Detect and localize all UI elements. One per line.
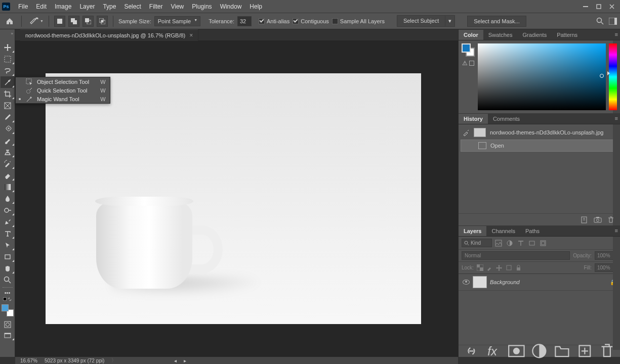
collapse-toolbar-icon[interactable]: » — [11, 31, 13, 36]
intersect-selection-button[interactable] — [97, 16, 108, 27]
layer-mask-icon[interactable] — [508, 342, 525, 360]
hue-slider[interactable] — [609, 43, 617, 110]
rectangle-tool[interactable] — [1, 251, 15, 262]
tab-channels[interactable]: Channels — [486, 226, 520, 236]
doc-dimensions[interactable]: 5023 px x 3349 px (72 ppi) — [45, 358, 104, 363]
lasso-tool[interactable] — [1, 65, 15, 76]
menu-layer[interactable]: Layer — [75, 1, 99, 12]
history-item-open[interactable]: Open — [461, 140, 618, 152]
scroll-left-icon[interactable]: ◂ — [174, 358, 177, 363]
lock-artboard-icon[interactable] — [506, 264, 512, 271]
tab-gradients[interactable]: Gradients — [517, 30, 552, 40]
close-tab-icon[interactable]: × — [189, 32, 193, 39]
type-tool[interactable] — [1, 228, 15, 239]
path-selection-tool[interactable] — [1, 239, 15, 251]
menu-image[interactable]: Image — [51, 1, 75, 12]
blur-tool[interactable] — [1, 193, 15, 204]
magic-wand-tool[interactable] — [1, 76, 15, 88]
history-brush-tool[interactable] — [1, 158, 15, 169]
gamut-warning-icon[interactable]: ⚠ — [462, 60, 468, 67]
minimize-button[interactable] — [580, 2, 592, 11]
link-layers-icon[interactable] — [463, 342, 480, 360]
adjustment-layer-icon[interactable] — [530, 342, 548, 360]
close-button[interactable] — [606, 2, 618, 11]
filter-smart-icon[interactable] — [540, 240, 547, 247]
lock-pixels-icon[interactable] — [486, 264, 493, 271]
filter-shape-icon[interactable] — [528, 240, 535, 247]
panel-menu-icon[interactable]: ≡ — [615, 228, 618, 234]
gradient-tool[interactable] — [1, 181, 15, 193]
menu-help[interactable]: Help — [245, 1, 266, 12]
visibility-toggle[interactable] — [463, 280, 470, 285]
hand-tool[interactable] — [1, 262, 15, 274]
quick-selection-tool-item[interactable]: Quick Selection Tool W — [16, 86, 110, 95]
layer-thumbnail[interactable] — [473, 276, 487, 288]
layer-row-background[interactable]: Background 🔒 — [459, 274, 620, 291]
color-swatches[interactable] — [2, 304, 14, 316]
panel-menu-icon[interactable]: ≡ — [615, 115, 618, 121]
status-arrow-icon[interactable]: 〉 — [111, 357, 116, 364]
lock-all-icon[interactable] — [515, 264, 522, 271]
color-field[interactable] — [478, 43, 606, 110]
pen-tool[interactable] — [1, 216, 15, 228]
brush-tool[interactable] — [1, 134, 15, 146]
select-and-mask-button[interactable]: Select and Mask... — [467, 16, 526, 27]
layer-style-icon[interactable]: fx — [485, 342, 503, 360]
select-subject-button[interactable]: Select Subject — [397, 15, 445, 27]
clone-stamp-tool[interactable] — [1, 146, 15, 158]
tab-comments[interactable]: Comments — [488, 114, 525, 124]
add-selection-button[interactable] — [68, 16, 79, 27]
new-layer-icon[interactable] — [576, 342, 594, 360]
foreground-swatch[interactable] — [2, 304, 9, 311]
edit-toolbar-button[interactable]: ••• — [1, 289, 15, 296]
healing-brush-tool[interactable] — [1, 123, 15, 134]
default-colors-icon[interactable] — [3, 297, 12, 301]
anti-alias-check[interactable]: Anti-alias — [259, 18, 290, 24]
foreground-background-swatch[interactable] — [462, 43, 475, 57]
menu-filter[interactable]: Filter — [145, 1, 167, 12]
tab-swatches[interactable]: Swatches — [483, 30, 518, 40]
document-tab[interactable]: nordwood-themes-nDd3dIkkOLo-unsplash.jpg… — [20, 29, 198, 41]
menu-edit[interactable]: Edit — [32, 1, 51, 12]
menu-view[interactable]: View — [167, 1, 188, 12]
layer-filter-kind[interactable]: Kind — [462, 239, 492, 247]
menu-type[interactable]: Type — [99, 1, 120, 12]
scroll-right-icon[interactable]: ▸ — [184, 358, 186, 363]
document-canvas[interactable] — [46, 73, 421, 324]
home-button[interactable] — [3, 15, 16, 27]
tool-preset[interactable]: ▼ — [30, 17, 44, 26]
lock-transparency-icon[interactable] — [477, 264, 483, 271]
menu-plugins[interactable]: Plugins — [188, 1, 216, 12]
sample-size-select[interactable]: Point Sample▼ — [154, 16, 200, 26]
move-tool[interactable] — [1, 41, 15, 53]
select-subject-dropdown[interactable]: ▾ — [445, 15, 455, 27]
history-source-row[interactable]: nordwood-themes-nDd3dIkkOLo-unsplash.jpg — [459, 126, 620, 139]
menu-file[interactable]: File — [14, 1, 32, 12]
search-icon[interactable] — [596, 17, 604, 25]
new-document-from-state-icon[interactable] — [581, 216, 589, 224]
marquee-tool[interactable] — [1, 53, 15, 65]
eyedropper-tool[interactable] — [1, 111, 15, 123]
tab-history[interactable]: History — [459, 114, 488, 124]
hue-slider-handle[interactable] — [607, 71, 610, 75]
workspace-switcher-icon[interactable] — [609, 18, 617, 25]
web-safe-icon[interactable] — [469, 61, 474, 66]
tolerance-input[interactable] — [237, 16, 252, 26]
menu-window[interactable]: Window — [216, 1, 246, 12]
snapshot-icon[interactable] — [594, 216, 602, 224]
dodge-tool[interactable] — [1, 204, 15, 216]
menu-select[interactable]: Select — [120, 1, 145, 12]
tab-layers[interactable]: Layers — [459, 226, 486, 236]
crop-tool[interactable] — [1, 88, 15, 100]
lock-position-icon[interactable] — [496, 264, 503, 271]
screen-mode-button[interactable] — [1, 331, 15, 341]
layer-name[interactable]: Background — [490, 279, 520, 285]
object-selection-tool-item[interactable]: Object Selection Tool W — [16, 77, 110, 86]
group-layers-icon[interactable] — [553, 342, 571, 360]
tab-patterns[interactable]: Patterns — [552, 30, 583, 40]
filter-adjustment-icon[interactable] — [506, 240, 513, 247]
filter-type-icon[interactable] — [517, 240, 524, 247]
delete-state-icon[interactable] — [607, 216, 615, 224]
contiguous-check[interactable]: Contiguous — [293, 18, 329, 24]
frame-tool[interactable] — [1, 100, 15, 111]
